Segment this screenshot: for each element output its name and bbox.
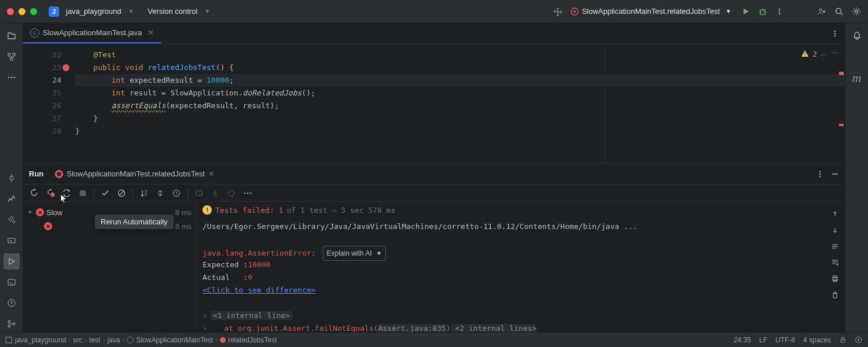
build-tool-icon[interactable] [3, 212, 20, 228]
chevron-down-icon[interactable]: ▼ [204, 8, 210, 14]
services-tool-icon[interactable] [3, 232, 20, 249]
run-tab[interactable]: SlowApplicationMainTest.relatedJobsTest … [50, 167, 219, 180]
search-icon[interactable] [834, 7, 844, 16]
version-control-menu[interactable]: Version control [148, 7, 197, 16]
chevron-down-icon: ▼ [726, 8, 731, 14]
console-fold[interactable]: › at org.junit.Assert.failNotEquals(Asse… [203, 322, 845, 332]
error-marker[interactable] [839, 124, 844, 126]
editor-tab[interactable]: C SlowApplicationMainTest.java ✕ [23, 23, 161, 43]
run-button[interactable] [742, 8, 750, 16]
show-passed-icon[interactable] [99, 187, 112, 200]
breadcrumbs[interactable]: java_playground› src› test› java› SlowAp… [0, 336, 277, 344]
error-marker[interactable] [839, 72, 844, 75]
rerun-icon[interactable] [28, 187, 41, 200]
panel-options-icon[interactable] [816, 170, 824, 178]
project-badge[interactable]: J [49, 6, 59, 17]
cursor-position[interactable]: 24:35 [734, 336, 751, 344]
code-area[interactable]: 2 ︿ ﹀ @Test public void relatedJobsTest(… [75, 44, 845, 163]
svg-point-14 [13, 77, 15, 79]
clear-icon[interactable] [829, 289, 841, 301]
problems-tool-icon[interactable] [3, 295, 20, 311]
tooltip: Rerun Automatically [95, 215, 174, 229]
crumb[interactable]: java_playground [15, 336, 66, 344]
stop-icon[interactable] [76, 187, 89, 200]
crumb[interactable]: java [107, 336, 120, 344]
commit-tool-icon[interactable] [3, 170, 20, 186]
show-ignored-icon[interactable] [115, 187, 128, 200]
editor-area: C SlowApplicationMainTest.java ✕ 2223242… [23, 23, 845, 332]
down-stack-icon[interactable] [829, 224, 841, 237]
chevron-down-icon[interactable]: ▼ [128, 8, 134, 14]
build-icon[interactable] [553, 7, 562, 16]
close-window[interactable] [7, 8, 14, 15]
console-line: Expected :10000 [203, 259, 845, 271]
java-class-icon: C [30, 28, 39, 38]
soft-wrap-icon[interactable] [829, 240, 841, 253]
run-panel-header: Run SlowApplicationMainTest.relatedJobsT… [23, 164, 845, 184]
crumb[interactable]: SlowApplicationMainTest [136, 336, 213, 344]
import-tests-icon[interactable] [193, 187, 205, 200]
more-tool-icon[interactable] [3, 69, 20, 86]
crumb[interactable]: src [73, 336, 82, 344]
readonly-icon[interactable] [839, 336, 847, 344]
project-tool-icon[interactable] [3, 28, 20, 44]
svg-point-12 [8, 77, 9, 79]
notifications-icon[interactable] [849, 28, 865, 44]
console-fold[interactable]: ›<1 internal line> [203, 309, 845, 322]
titlebar: J java_playground ▼ Version control ▼ Sl… [0, 0, 868, 23]
test-tree[interactable]: ▼ ✕ Slow 8 ms ✕ 8 ms Rerun Automatically [23, 202, 197, 332]
expander-icon[interactable]: ▼ [27, 209, 34, 215]
svg-point-23 [834, 32, 836, 34]
explain-with-ai-chip[interactable]: Explain with AI ✦ [323, 246, 386, 261]
project-name[interactable]: java_playground [66, 7, 121, 16]
code-with-me-icon[interactable] [817, 7, 826, 16]
zoom-window[interactable] [30, 8, 37, 15]
terminal-tool-icon[interactable] [3, 274, 20, 290]
rerun-failed-icon[interactable] [44, 187, 57, 200]
sort-icon[interactable] [138, 187, 150, 200]
scroll-to-end-icon[interactable] [829, 256, 841, 269]
svg-point-28 [50, 193, 54, 197]
prev-highlight-icon[interactable]: ︿ [821, 49, 828, 59]
run-configuration[interactable]: SlowApplicationMainTest.relatedJobsTest … [571, 7, 734, 16]
tab-options-icon[interactable] [831, 29, 839, 38]
more-toolbar-icon[interactable] [241, 187, 254, 200]
expand-all-icon[interactable] [154, 187, 167, 200]
structure-tool-icon[interactable] [3, 49, 20, 65]
close-icon[interactable]: ✕ [148, 28, 154, 37]
svg-rect-37 [833, 276, 837, 278]
encoding[interactable]: UTF-8 [775, 336, 795, 344]
print-icon[interactable] [829, 272, 841, 285]
more-actions-icon[interactable] [775, 8, 784, 16]
run-tool-icon[interactable] [3, 253, 20, 270]
maven-tool-icon[interactable]: m [852, 71, 862, 86]
debug-button[interactable] [758, 7, 767, 16]
warning-icon [801, 50, 809, 58]
minimize-window[interactable] [19, 8, 25, 15]
profiler-tool-icon[interactable] [3, 191, 20, 207]
crumb[interactable]: test [89, 336, 100, 344]
settings-icon[interactable] [852, 7, 861, 16]
hide-panel-icon[interactable] [831, 170, 839, 178]
collapse-all-icon[interactable] [170, 187, 183, 200]
indent[interactable]: 4 spaces [803, 336, 831, 344]
line-separator[interactable]: LF [759, 336, 767, 344]
diff-link[interactable]: <Click to see difference> [203, 284, 845, 297]
next-highlight-icon[interactable]: ﹀ [832, 49, 839, 59]
inspection-widget[interactable]: 2 ︿ ﹀ [801, 49, 839, 59]
svg-rect-32 [196, 191, 202, 195]
export-tests-icon[interactable] [209, 187, 222, 200]
crumb[interactable]: relatedJobsTest [228, 336, 277, 344]
gutter[interactable]: 22232425262728 [23, 44, 75, 163]
module-icon [5, 336, 13, 344]
intentions-icon[interactable] [855, 336, 862, 344]
console[interactable]: ! Tests failed: 1 of 1 test – 3 sec 578 … [197, 202, 845, 332]
close-icon[interactable]: ✕ [208, 169, 215, 178]
code-editor[interactable]: 22232425262728 2 ︿ ﹀ @Test public void r… [23, 44, 845, 163]
up-stack-icon[interactable] [829, 208, 841, 220]
history-icon[interactable] [225, 187, 238, 200]
fail-icon: ✕ [36, 208, 44, 216]
svg-point-2 [760, 10, 765, 14]
svg-point-42 [858, 339, 859, 341]
vcs-tool-icon[interactable] [3, 316, 20, 332]
